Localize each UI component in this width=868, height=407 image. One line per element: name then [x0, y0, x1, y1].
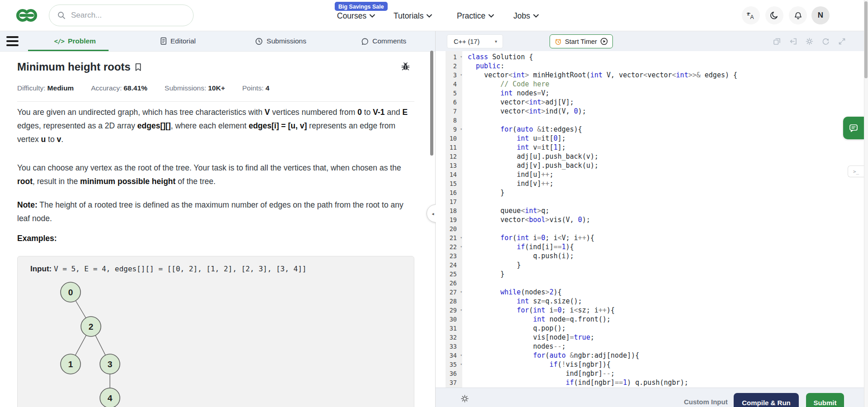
code-fold-toggle[interactable]: ▾: [460, 242, 462, 251]
code-fold-toggle[interactable]: ▾: [460, 52, 462, 62]
bug-icon: [401, 62, 410, 71]
geeksforgeeks-logo[interactable]: [14, 6, 40, 24]
console-toggle-button[interactable]: >_: [848, 166, 864, 177]
code-line: 32 vis[node]=true;: [436, 333, 868, 342]
nav-menu-practice[interactable]: Practice: [457, 10, 494, 22]
divider-line: [17, 101, 414, 102]
bell-icon: [794, 11, 802, 20]
reset-code-button[interactable]: [821, 37, 831, 46]
problem-note: Note: The height of a rooted tree is def…: [17, 198, 415, 225]
copy-icon: [773, 37, 781, 46]
problem-paragraph: You can choose any vertex as the root of…: [17, 161, 415, 188]
meta-points: Points:4: [242, 84, 269, 92]
tab-comments[interactable]: Comments: [332, 31, 436, 51]
report-bug-button[interactable]: [401, 62, 410, 71]
user-avatar[interactable]: N: [811, 6, 830, 24]
code-line: 11 int v=it[1];: [436, 143, 868, 152]
search-input[interactable]: [70, 10, 171, 20]
gear-icon: [805, 37, 814, 46]
code-line: 31 q.pop();: [436, 324, 868, 333]
start-timer-button[interactable]: Start Timer: [550, 34, 613, 48]
code-fold-toggle[interactable]: ▾: [460, 351, 462, 360]
play-icon: [600, 38, 608, 45]
code-line: 27▾ while(nodes>2){: [436, 288, 868, 297]
example-tree-graph: 02134: [18, 256, 212, 407]
code-fold-toggle[interactable]: ▾: [460, 360, 462, 369]
svg-text:3: 3: [108, 360, 113, 369]
code-line: 12 adj[u].push_back(v);: [436, 152, 868, 161]
import-code-button[interactable]: [789, 37, 799, 46]
language-select[interactable]: C++ (17) ▾: [447, 34, 503, 48]
chevron-down-icon: [370, 14, 375, 18]
compile-run-button[interactable]: Compile & Run: [734, 393, 799, 407]
code-line: 26: [436, 279, 868, 288]
tab-submissions[interactable]: Submissions: [229, 31, 332, 51]
submit-button[interactable]: Submit: [806, 393, 844, 407]
translate-button[interactable]: z A: [742, 6, 760, 24]
example-box: Input: V = 5, E = 4, edges[][] = [[0, 2]…: [17, 256, 414, 407]
svg-text:z: z: [747, 11, 749, 16]
editor-settings-button[interactable]: [805, 37, 815, 46]
reset-icon: [821, 37, 830, 46]
page-scrollbar-thumb[interactable]: [864, 1, 868, 78]
code-fold-toggle[interactable]: ▾: [460, 288, 462, 297]
nav-menu-jobs[interactable]: Jobs: [513, 10, 539, 22]
feedback-chat-button[interactable]: [843, 117, 864, 139]
expand-icon: [838, 37, 846, 46]
hamburger-menu-button[interactable]: [6, 36, 19, 46]
code-fold-toggle[interactable]: ▾: [460, 306, 462, 315]
theme-toggle-icon: [460, 394, 469, 403]
bookmark-icon[interactable]: [135, 63, 142, 71]
custom-input-button[interactable]: Custom Input: [684, 398, 728, 406]
code-line: 28 int sz=q.size();: [436, 297, 868, 306]
code-line: 20: [436, 224, 868, 233]
alarm-clock-icon: [555, 38, 562, 45]
svg-text:A: A: [750, 14, 754, 20]
code-editor[interactable]: 1▾class Solution {2 public:3▾ vector<int…: [436, 51, 868, 388]
code-line: 17: [436, 197, 868, 206]
moon-icon: [770, 11, 779, 20]
code-line: 14 ind[u]++;: [436, 170, 868, 179]
problem-tabbar: </> Problem Editorial Submissions Commen…: [0, 31, 435, 52]
code-line: 8: [436, 116, 868, 125]
code-line: 25 }: [436, 270, 868, 279]
tab-editorial[interactable]: Editorial: [127, 31, 230, 51]
code-line: 6 vector<int>adj[V];: [436, 98, 868, 107]
sale-badge[interactable]: Big Savings Sale: [335, 2, 388, 11]
problem-title: Minimum height roots: [17, 61, 142, 73]
code-line: 19 vector<bool>vis(V, 0);: [436, 215, 868, 224]
search-bar[interactable]: [49, 5, 194, 26]
editor-theme-button[interactable]: [460, 394, 469, 403]
tab-problem[interactable]: </> Problem: [0, 31, 127, 51]
code-line: 22▾ if(ind[i]==1){: [436, 242, 868, 251]
meta-accuracy: Accuracy:68.41%: [91, 84, 147, 92]
search-icon: [57, 11, 66, 19]
code-fold-toggle[interactable]: ▾: [460, 125, 462, 134]
nav-menu-tutorials[interactable]: Tutorials: [394, 10, 432, 22]
nav-menu-courses[interactable]: Courses: [337, 10, 375, 22]
code-line: 1▾class Solution {: [436, 52, 868, 62]
code-line: 36 ind[ngbr]--;: [436, 369, 868, 378]
code-line: 15 ind[v]++;: [436, 179, 868, 188]
svg-text:1: 1: [68, 360, 73, 369]
document-icon: [160, 37, 167, 45]
code-line: 10 int u=it[0];: [436, 134, 868, 143]
notifications-button[interactable]: [789, 6, 807, 24]
fullscreen-button[interactable]: [838, 37, 848, 46]
chat-icon: [849, 123, 859, 133]
code-line: 5 int nodes=V;: [436, 89, 868, 98]
translate-icon: z A: [747, 11, 755, 19]
copy-code-button[interactable]: [773, 37, 783, 46]
code-line: 34▾ for(auto &ngbr:adj[node]){: [436, 351, 868, 360]
code-line: 35▾ if(!vis[ngbr]){: [436, 360, 868, 369]
code-fold-toggle[interactable]: ▾: [460, 71, 462, 80]
code-line: 29▾ for(int i=0; i<sz; i++){: [436, 306, 868, 315]
examples-heading: Examples:: [17, 232, 57, 245]
dark-mode-button[interactable]: [765, 6, 783, 24]
problem-panel-scrollbar[interactable]: [430, 51, 433, 156]
meta-submissions: Submissions:10K+: [165, 84, 225, 92]
code-line: 21▾ for(int i=0; i<V; i++){: [436, 233, 868, 242]
clock-icon: [255, 38, 263, 45]
code-fold-toggle[interactable]: ▾: [460, 233, 462, 242]
meta-difficulty: Difficulty:Medium: [17, 84, 74, 92]
